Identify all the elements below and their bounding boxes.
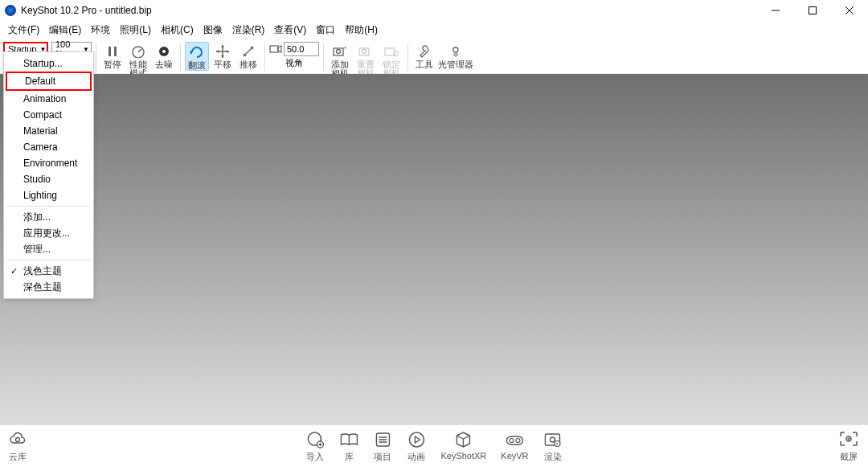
wrench-icon bbox=[416, 43, 432, 59]
dolly-button[interactable]: 推移 bbox=[236, 42, 260, 69]
dropdown-item-compact[interactable]: Compact bbox=[4, 107, 93, 123]
dropdown-item-add[interactable]: 添加... bbox=[4, 209, 93, 225]
menu-help[interactable]: 帮助(H) bbox=[340, 22, 383, 39]
render-button[interactable]: 渲染 bbox=[543, 430, 563, 463]
camera-reset-icon bbox=[358, 43, 374, 59]
fov-label: 视角 bbox=[285, 57, 303, 69]
keyshotxr-button[interactable]: KeyShotXR bbox=[440, 430, 486, 463]
titlebar: KeyShot 10.2 Pro - untitled.bip bbox=[0, 0, 868, 21]
window-title: KeyShot 10.2 Pro - untitled.bip bbox=[21, 5, 152, 16]
dropdown-item-studio[interactable]: Studio bbox=[4, 171, 93, 187]
svg-rect-4 bbox=[108, 47, 111, 56]
svg-line-47 bbox=[464, 436, 470, 439]
menu-camera[interactable]: 相机(C) bbox=[156, 22, 199, 39]
animation-button[interactable]: 动画 bbox=[407, 430, 426, 463]
svg-rect-20 bbox=[270, 46, 278, 52]
performance-mode-button[interactable]: 性能 模式 bbox=[126, 42, 150, 78]
workspace-dropdown: Startup... Default Animation Compact Mat… bbox=[3, 51, 94, 299]
svg-point-33 bbox=[16, 437, 20, 441]
svg-marker-44 bbox=[415, 436, 420, 443]
dropdown-item-camera[interactable]: Camera bbox=[4, 139, 93, 155]
book-icon bbox=[339, 430, 358, 449]
screenshot-button[interactable]: 截屏 bbox=[839, 430, 858, 463]
dropdown-item-default[interactable]: Default bbox=[6, 72, 92, 91]
render-icon bbox=[543, 430, 563, 449]
lock-camera-button: 锁定 相机 bbox=[379, 42, 403, 78]
cube-icon bbox=[454, 430, 473, 449]
divider bbox=[7, 260, 90, 260]
svg-line-46 bbox=[457, 436, 464, 439]
dolly-icon bbox=[240, 43, 256, 59]
svg-point-51 bbox=[516, 438, 520, 442]
menubar: 文件(F) 编辑(E) 环境 照明(L) 相机(C) 图像 渲染(R) 查看(V… bbox=[0, 21, 868, 39]
dropdown-item-dark-theme[interactable]: 深色主题 bbox=[4, 279, 93, 295]
fov-icon bbox=[269, 43, 282, 55]
dropdown-item-apply[interactable]: 应用更改... bbox=[4, 225, 93, 241]
play-circle-icon bbox=[407, 430, 426, 449]
toolbar: Startup▼ 100 %▼ 暂停 性能 模式 去噪 翻滚 平移 推移 50.… bbox=[0, 39, 868, 74]
svg-point-23 bbox=[337, 50, 341, 54]
menu-file[interactable]: 文件(F) bbox=[3, 22, 44, 39]
cloud-icon bbox=[8, 430, 27, 449]
dropdown-item-material[interactable]: Material bbox=[4, 123, 93, 139]
gauge-icon bbox=[130, 43, 146, 59]
divider bbox=[7, 206, 90, 207]
menu-image[interactable]: 图像 bbox=[199, 22, 227, 39]
camera-lock-icon bbox=[383, 43, 399, 59]
svg-marker-16 bbox=[227, 50, 229, 53]
bottombar: 云库 导入 库 项目 动画 KeyShotXR KeyVR 渲染 截屏 bbox=[0, 425, 868, 467]
pan-button[interactable]: 平移 bbox=[211, 42, 235, 69]
svg-rect-5 bbox=[114, 47, 117, 56]
svg-rect-1 bbox=[809, 7, 817, 14]
pause-button[interactable]: 暂停 bbox=[100, 42, 125, 69]
add-camera-button[interactable]: +添加 相机 bbox=[328, 42, 352, 78]
svg-marker-21 bbox=[278, 46, 281, 52]
viewport[interactable] bbox=[0, 74, 868, 425]
dropdown-item-animation[interactable]: Animation bbox=[4, 91, 93, 107]
library-button[interactable]: 库 bbox=[339, 430, 358, 463]
project-button[interactable]: 项目 bbox=[373, 430, 392, 463]
menu-view[interactable]: 查看(V) bbox=[269, 22, 311, 39]
maximize-button[interactable] bbox=[794, 0, 831, 21]
dropdown-item-light-theme[interactable]: 浅色主题 bbox=[4, 263, 93, 279]
svg-rect-27 bbox=[385, 48, 395, 55]
pause-icon bbox=[104, 43, 121, 59]
svg-marker-10 bbox=[190, 50, 192, 55]
menu-environment[interactable]: 环境 bbox=[86, 22, 115, 39]
menu-window[interactable]: 窗口 bbox=[311, 22, 340, 39]
move-icon bbox=[215, 43, 231, 59]
screenshot-icon bbox=[839, 430, 858, 449]
tumble-button[interactable]: 翻滚 bbox=[185, 42, 209, 71]
light-icon bbox=[448, 43, 464, 59]
svg-line-7 bbox=[138, 49, 141, 52]
fov-input[interactable]: 50.0 bbox=[284, 42, 319, 56]
import-icon bbox=[305, 430, 325, 449]
light-manager-button[interactable]: 光管理器 bbox=[438, 42, 473, 69]
keyvr-button[interactable]: KeyVR bbox=[501, 430, 528, 463]
reset-camera-button: 重置 相机 bbox=[354, 42, 378, 78]
svg-marker-14 bbox=[221, 55, 224, 58]
app-logo-icon bbox=[5, 5, 16, 16]
dropdown-item-environment[interactable]: Environment bbox=[4, 155, 93, 171]
dropdown-item-lighting[interactable]: Lighting bbox=[4, 187, 93, 203]
camera-plus-icon: + bbox=[332, 43, 348, 59]
tools-button[interactable]: 工具 bbox=[412, 42, 436, 69]
list-icon bbox=[373, 430, 392, 449]
import-button[interactable]: 导入 bbox=[305, 430, 325, 463]
svg-point-43 bbox=[409, 432, 424, 447]
dropdown-item-manage[interactable]: 管理... bbox=[4, 241, 93, 257]
cloud-library-button[interactable]: 云库 bbox=[8, 430, 27, 463]
dropdown-item-startup[interactable]: Startup... bbox=[4, 55, 93, 72]
menu-lighting[interactable]: 照明(L) bbox=[115, 22, 156, 39]
svg-point-50 bbox=[510, 438, 514, 442]
minimize-button[interactable] bbox=[757, 0, 794, 21]
close-button[interactable] bbox=[831, 0, 868, 21]
svg-point-26 bbox=[362, 50, 366, 54]
denoise-icon bbox=[156, 43, 172, 59]
menu-edit[interactable]: 编辑(E) bbox=[44, 22, 86, 39]
menu-render[interactable]: 渲染(R) bbox=[227, 22, 270, 39]
svg-point-9 bbox=[162, 50, 166, 53]
rotate-icon bbox=[189, 44, 205, 60]
svg-point-53 bbox=[551, 437, 555, 442]
denoise-button[interactable]: 去噪 bbox=[152, 42, 176, 69]
